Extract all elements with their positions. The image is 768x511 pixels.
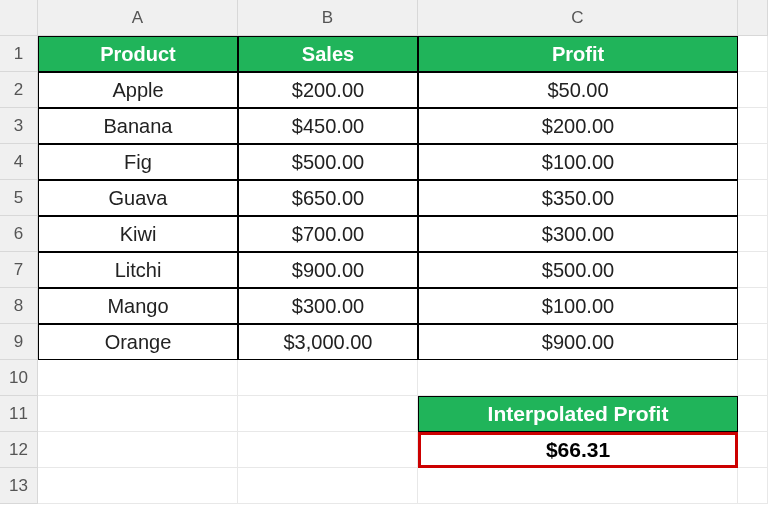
col-header-a[interactable]: A bbox=[38, 0, 238, 36]
cell-a11[interactable] bbox=[38, 396, 238, 432]
row-header-5[interactable]: 5 bbox=[0, 180, 38, 216]
row-header-7[interactable]: 7 bbox=[0, 252, 38, 288]
cell-d1[interactable] bbox=[738, 36, 768, 72]
row-header-12[interactable]: 12 bbox=[0, 432, 38, 468]
cell-b13[interactable] bbox=[238, 468, 418, 504]
row-header-3[interactable]: 3 bbox=[0, 108, 38, 144]
cell-product[interactable]: Guava bbox=[38, 180, 238, 216]
cell-profit[interactable]: $300.00 bbox=[418, 216, 738, 252]
cell-sales[interactable]: $450.00 bbox=[238, 108, 418, 144]
cell-d9[interactable] bbox=[738, 324, 768, 360]
spreadsheet-grid: A B C 1 Product Sales Profit 2 Apple $20… bbox=[0, 0, 768, 504]
cell-d11[interactable] bbox=[738, 396, 768, 432]
row-header-4[interactable]: 4 bbox=[0, 144, 38, 180]
cell-d12[interactable] bbox=[738, 432, 768, 468]
interpolated-profit-value[interactable]: $66.31 bbox=[418, 432, 738, 468]
header-profit[interactable]: Profit bbox=[418, 36, 738, 72]
cell-c10[interactable] bbox=[418, 360, 738, 396]
row-header-2[interactable]: 2 bbox=[0, 72, 38, 108]
cell-d13[interactable] bbox=[738, 468, 768, 504]
cell-product[interactable]: Fig bbox=[38, 144, 238, 180]
cell-product[interactable]: Kiwi bbox=[38, 216, 238, 252]
cell-d2[interactable] bbox=[738, 72, 768, 108]
cell-sales[interactable]: $500.00 bbox=[238, 144, 418, 180]
cell-product[interactable]: Apple bbox=[38, 72, 238, 108]
col-header-extra[interactable] bbox=[738, 0, 768, 36]
cell-profit[interactable]: $50.00 bbox=[418, 72, 738, 108]
cell-b11[interactable] bbox=[238, 396, 418, 432]
cell-d7[interactable] bbox=[738, 252, 768, 288]
cell-sales[interactable]: $900.00 bbox=[238, 252, 418, 288]
cell-d4[interactable] bbox=[738, 144, 768, 180]
cell-profit[interactable]: $350.00 bbox=[418, 180, 738, 216]
cell-a12[interactable] bbox=[38, 432, 238, 468]
row-header-10[interactable]: 10 bbox=[0, 360, 38, 396]
row-header-6[interactable]: 6 bbox=[0, 216, 38, 252]
cell-profit[interactable]: $200.00 bbox=[418, 108, 738, 144]
cell-a13[interactable] bbox=[38, 468, 238, 504]
cell-sales[interactable]: $3,000.00 bbox=[238, 324, 418, 360]
cell-d8[interactable] bbox=[738, 288, 768, 324]
cell-c13[interactable] bbox=[418, 468, 738, 504]
row-header-11[interactable]: 11 bbox=[0, 396, 38, 432]
col-header-b[interactable]: B bbox=[238, 0, 418, 36]
cell-sales[interactable]: $700.00 bbox=[238, 216, 418, 252]
header-sales[interactable]: Sales bbox=[238, 36, 418, 72]
cell-d10[interactable] bbox=[738, 360, 768, 396]
col-header-c[interactable]: C bbox=[418, 0, 738, 36]
cell-d5[interactable] bbox=[738, 180, 768, 216]
row-header-9[interactable]: 9 bbox=[0, 324, 38, 360]
row-header-1[interactable]: 1 bbox=[0, 36, 38, 72]
cell-product[interactable]: Banana bbox=[38, 108, 238, 144]
cell-a10[interactable] bbox=[38, 360, 238, 396]
cell-sales[interactable]: $300.00 bbox=[238, 288, 418, 324]
cell-product[interactable]: Orange bbox=[38, 324, 238, 360]
cell-b10[interactable] bbox=[238, 360, 418, 396]
select-all-corner[interactable] bbox=[0, 0, 38, 36]
cell-profit[interactable]: $100.00 bbox=[418, 144, 738, 180]
header-product[interactable]: Product bbox=[38, 36, 238, 72]
cell-sales[interactable]: $200.00 bbox=[238, 72, 418, 108]
cell-d3[interactable] bbox=[738, 108, 768, 144]
cell-sales[interactable]: $650.00 bbox=[238, 180, 418, 216]
cell-product[interactable]: Litchi bbox=[38, 252, 238, 288]
cell-product[interactable]: Mango bbox=[38, 288, 238, 324]
row-header-8[interactable]: 8 bbox=[0, 288, 38, 324]
cell-d6[interactable] bbox=[738, 216, 768, 252]
row-header-13[interactable]: 13 bbox=[0, 468, 38, 504]
cell-profit[interactable]: $900.00 bbox=[418, 324, 738, 360]
interpolated-profit-label[interactable]: Interpolated Profit bbox=[418, 396, 738, 432]
cell-profit[interactable]: $100.00 bbox=[418, 288, 738, 324]
cell-b12[interactable] bbox=[238, 432, 418, 468]
cell-profit[interactable]: $500.00 bbox=[418, 252, 738, 288]
